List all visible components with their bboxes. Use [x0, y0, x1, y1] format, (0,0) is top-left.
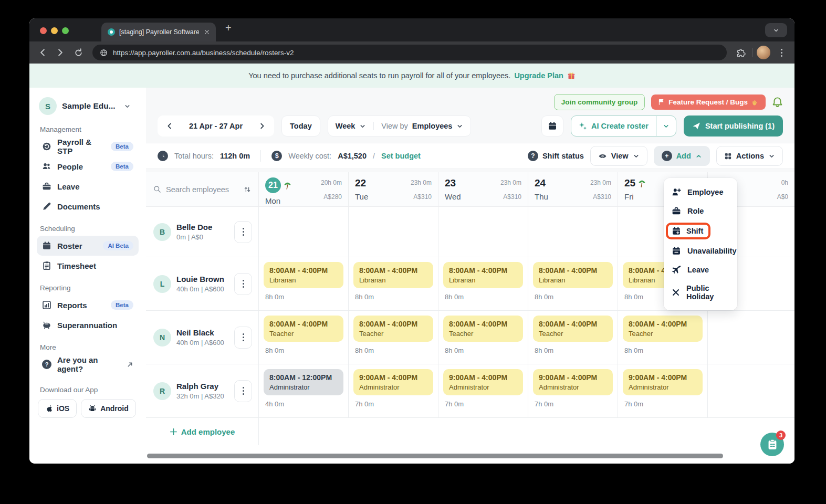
shift-cell[interactable]: 9:00AM - 4:00PM Administrator 7h 0m [438, 364, 528, 417]
browser-tab[interactable]: [staging] Payroller Software W [101, 23, 216, 41]
browser-menu-icon[interactable] [775, 46, 788, 59]
add-button[interactable]: + Add [654, 146, 710, 166]
shift-card[interactable]: 9:00AM - 4:00PM Administrator [623, 369, 703, 395]
android-app-button[interactable]: Android [81, 399, 136, 418]
shift-cell[interactable]: 8:00AM - 4:00PM Teacher 8h 0m [438, 311, 528, 364]
shift-cell[interactable]: 8:00AM - 4:00PM Teacher 8h 0m [618, 311, 708, 364]
employee-menu-button[interactable] [234, 221, 252, 243]
shift-cell[interactable]: 8:00AM - 12:00PM Administrator 4h 0m [259, 364, 349, 417]
view-button[interactable]: View [590, 146, 647, 166]
back-button[interactable] [36, 46, 49, 59]
ai-create-roster-caret[interactable] [656, 116, 676, 136]
add-employee-button[interactable]: Add employee [146, 418, 259, 445]
search-employees-field[interactable]: Search employees [146, 172, 259, 206]
sidebar-item-payroll-stp[interactable]: Payroll & STP Beta [37, 136, 139, 156]
menu-item-unavailability[interactable]: Unavailability [664, 242, 737, 260]
new-tab-button[interactable]: + [225, 23, 232, 33]
employee-menu-button[interactable] [234, 380, 252, 402]
menu-item-role[interactable]: Role [664, 202, 737, 220]
shift-card[interactable]: 8:00AM - 12:00PM Administrator [264, 369, 343, 395]
shift-card[interactable]: 8:00AM - 4:00PM Librarian [353, 262, 433, 288]
shift-card[interactable]: 8:00AM - 4:00PM Teacher [443, 316, 523, 342]
next-week-button[interactable] [258, 122, 266, 130]
actions-button[interactable]: Actions [716, 146, 783, 166]
horizontal-scrollbar[interactable] [147, 454, 723, 458]
shift-cell[interactable]: 8:00AM - 4:00PM Librarian 8h 0m [349, 257, 438, 310]
total-hours-value: 112h 0m [220, 152, 250, 160]
browser-profile-avatar[interactable] [757, 46, 770, 59]
extensions-icon[interactable] [734, 46, 748, 59]
shift-card[interactable]: 8:00AM - 4:00PM Teacher [264, 316, 343, 342]
feature-request-button[interactable]: Feature Request / Bugs [651, 94, 766, 110]
shift-card[interactable]: 8:00AM - 4:00PM Teacher [623, 316, 703, 342]
site-info-icon[interactable] [100, 49, 108, 57]
shift-cell[interactable]: 8:00AM - 4:00PM Teacher 8h 0m [349, 311, 438, 364]
sidebar-item-reports[interactable]: Reports Beta [37, 295, 139, 315]
employee-menu-button[interactable] [234, 273, 252, 295]
shift-cell[interactable]: 8:00AM - 4:00PM Librarian 8h 0m [259, 257, 349, 310]
shift-card[interactable]: 9:00AM - 4:00PM Administrator [443, 369, 523, 395]
sort-icon[interactable] [244, 186, 251, 193]
maximize-window-button[interactable] [62, 27, 69, 34]
view-by-select[interactable]: View by Employees [373, 122, 470, 130]
shift-cell[interactable] [708, 311, 794, 364]
shift-cell[interactable]: 8:00AM - 4:00PM Teacher 8h 0m [259, 311, 349, 364]
tab-list-chevron-button[interactable] [765, 23, 787, 37]
shift-status-button[interactable]: ? Shift status [528, 151, 584, 161]
shift-cell[interactable]: 9:00AM - 4:00PM Administrator 7h 0m [349, 364, 438, 417]
start-publishing-button[interactable]: Start publishing (1) [684, 116, 783, 136]
shift-cell[interactable] [528, 207, 618, 257]
address-bar[interactable]: https://app.payroller.com.au/business/sc… [92, 45, 727, 60]
employee-menu-button[interactable] [234, 327, 252, 349]
shift-card[interactable]: 9:00AM - 4:00PM Administrator [533, 369, 613, 395]
shift-card[interactable]: 8:00AM - 4:00PM Librarian [264, 262, 343, 288]
sidebar-item-timesheet[interactable]: Timesheet [37, 256, 139, 276]
shift-card[interactable]: 9:00AM - 4:00PM Administrator [353, 369, 433, 395]
shift-cell[interactable]: 8:00AM - 4:00PM Teacher 8h 0m [528, 311, 618, 364]
sidebar-item-documents[interactable]: Documents [37, 196, 139, 216]
day-header-mon[interactable]: 21 Mon 20h 0m A$280 [259, 172, 349, 206]
upgrade-plan-link[interactable]: Upgrade Plan [514, 71, 563, 80]
prev-week-button[interactable] [166, 122, 173, 130]
shift-cell[interactable] [708, 364, 794, 417]
shift-cell[interactable] [259, 207, 349, 257]
day-header-thu[interactable]: 24 Thu 23h 0m A$310 [528, 172, 618, 206]
shift-cell[interactable] [438, 207, 528, 257]
shift-cell[interactable]: 9:00AM - 4:00PM Administrator 7h 0m [618, 364, 708, 417]
sidebar-item-leave[interactable]: Leave [37, 176, 139, 196]
period-select[interactable]: Week [328, 122, 374, 130]
ios-app-button[interactable]: iOS [38, 399, 77, 418]
menu-item-shift[interactable]: Shift [664, 220, 737, 242]
join-community-button[interactable]: Join community group [554, 94, 645, 110]
today-button[interactable]: Today [281, 116, 320, 136]
menu-item-public-holiday[interactable]: Public Holiday [664, 279, 737, 306]
date-range-label[interactable]: 21 Apr - 27 Apr [189, 122, 243, 130]
menu-item-leave[interactable]: Leave [664, 260, 737, 279]
sidebar-item-people[interactable]: People Beta [37, 156, 139, 176]
day-header-wed[interactable]: 23 Wed 23h 0m A$310 [438, 172, 528, 206]
org-switcher[interactable]: S Sample Edu... [37, 97, 139, 117]
tab-close-icon[interactable] [203, 28, 211, 36]
roster-tasks-fab[interactable]: 3 [760, 433, 784, 456]
day-header-tue[interactable]: 22 Tue 23h 0m A$310 [349, 172, 438, 206]
shift-cell[interactable]: 9:00AM - 4:00PM Administrator 7h 0m [528, 364, 618, 417]
menu-item-employee[interactable]: Employee [664, 183, 737, 202]
shift-card[interactable]: 8:00AM - 4:00PM Teacher [533, 316, 613, 342]
shift-card[interactable]: 8:00AM - 4:00PM Librarian [533, 262, 613, 288]
sidebar-item-roster[interactable]: Roster AI Beta [37, 236, 139, 256]
minimize-window-button[interactable] [51, 27, 58, 34]
shift-cell[interactable]: 8:00AM - 4:00PM Librarian 8h 0m [438, 257, 528, 310]
sidebar-item-superannuation[interactable]: Superannuation [37, 315, 139, 335]
ai-create-roster-button[interactable]: AI Create roster [571, 116, 656, 136]
shift-cell[interactable] [349, 207, 438, 257]
reload-button[interactable] [71, 46, 85, 59]
calendar-button[interactable] [541, 116, 563, 136]
close-window-button[interactable] [40, 27, 47, 34]
shift-card[interactable]: 8:00AM - 4:00PM Teacher [353, 316, 433, 342]
notifications-bell-icon[interactable] [772, 97, 783, 108]
shift-cell[interactable]: 8:00AM - 4:00PM Librarian 8h 0m [528, 257, 618, 310]
shift-card[interactable]: 8:00AM - 4:00PM Librarian [443, 262, 523, 288]
sidebar-item-are-you-an-agent[interactable]: ? Are you an agent? [37, 354, 139, 374]
set-budget-link[interactable]: Set budget [381, 152, 421, 160]
forward-button[interactable] [54, 46, 67, 59]
